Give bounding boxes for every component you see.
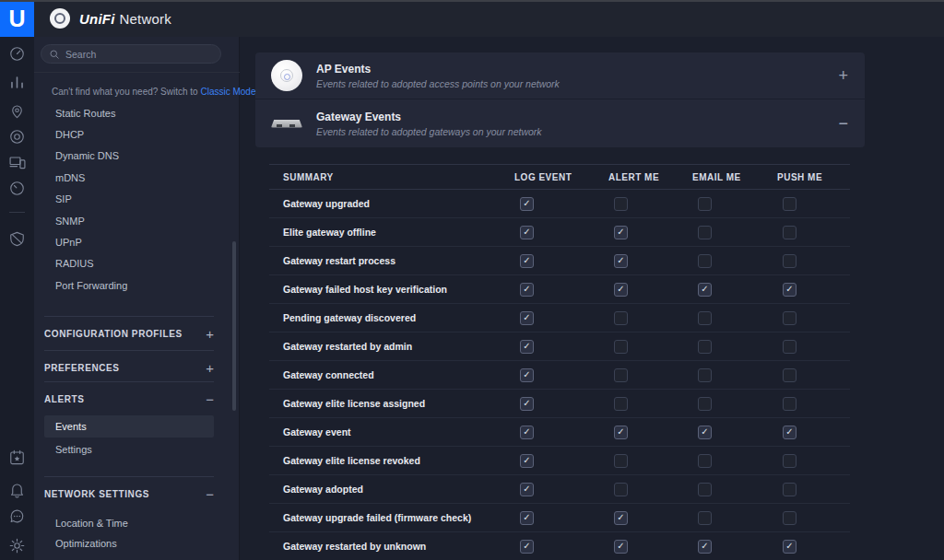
radios-icon[interactable] <box>0 177 34 199</box>
dashboard-icon[interactable] <box>0 42 34 64</box>
events-calendar-icon[interactable] <box>0 446 34 468</box>
checkbox-push-me[interactable] <box>783 340 796 354</box>
support-chat-icon[interactable] <box>0 505 34 527</box>
checkbox-push-me[interactable] <box>783 454 796 468</box>
checkbox-alert-me[interactable] <box>614 226 628 239</box>
checkbox-email-me[interactable] <box>698 368 712 382</box>
checkbox-email-me[interactable] <box>698 426 712 439</box>
sidebar-item-port-forwarding[interactable]: Port Forwarding <box>34 274 240 296</box>
checkbox-email-me[interactable] <box>698 226 712 239</box>
hint-text: Can't find what you need? Switch to <box>52 87 198 97</box>
checkbox-alert-me[interactable] <box>614 197 628 211</box>
checkbox-push-me[interactable] <box>783 283 796 297</box>
checkbox-log-event[interactable] <box>520 483 534 496</box>
checkbox-push-me[interactable] <box>783 368 796 382</box>
section-preferences[interactable]: PREFERENCES + <box>44 351 214 384</box>
checkbox-email-me[interactable] <box>698 511 712 525</box>
sidebar-item-settings[interactable]: Settings <box>44 438 214 461</box>
checkbox-alert-me[interactable] <box>614 511 628 525</box>
sidebar-item-dynamic-dns[interactable]: Dynamic DNS <box>34 146 240 167</box>
sidebar-item-dhcp[interactable]: DHCP <box>34 123 240 145</box>
checkbox-push-me[interactable] <box>783 540 796 554</box>
checkbox-email-me[interactable] <box>698 540 712 554</box>
checkbox-log-event[interactable] <box>520 397 534 411</box>
checkbox-alert-me[interactable] <box>614 483 628 496</box>
checkbox-log-event[interactable] <box>520 426 534 439</box>
table-row: Gateway elite license assigned <box>269 390 850 418</box>
checkbox-log-event[interactable] <box>520 511 534 525</box>
sidebar-item-optimizations[interactable]: Optimizations <box>44 532 214 554</box>
section-label: NETWORK SETTINGS <box>44 489 149 499</box>
sidebar-item-sip[interactable]: SIP <box>34 189 240 210</box>
checkbox-email-me[interactable] <box>698 283 712 297</box>
checkbox-email-me[interactable] <box>698 197 712 211</box>
search-input[interactable] <box>65 49 204 60</box>
checkbox-log-event[interactable] <box>520 340 534 354</box>
checkbox-email-me[interactable] <box>698 340 712 354</box>
expand-icon[interactable]: + <box>206 360 214 376</box>
checkbox-email-me[interactable] <box>698 254 712 268</box>
checkbox-log-event[interactable] <box>520 454 534 468</box>
checkbox-alert-me[interactable] <box>614 283 628 297</box>
collapse-icon[interactable]: − <box>206 391 214 407</box>
devices-icon[interactable] <box>0 125 34 147</box>
gateway-events-card[interactable]: Gateway Events Events related to adopted… <box>255 99 865 147</box>
sidebar-item-mdns[interactable]: mDNS <box>34 167 240 188</box>
collapse-icon[interactable]: − <box>206 486 214 502</box>
collapse-icon[interactable]: − <box>838 115 848 132</box>
checkbox-log-event[interactable] <box>520 368 534 382</box>
sidebar-item-snmp[interactable]: SNMP <box>34 210 240 231</box>
sidebar-item-events[interactable]: Events <box>44 415 214 438</box>
statistics-icon[interactable] <box>0 71 34 93</box>
security-icon[interactable] <box>0 228 34 250</box>
map-icon[interactable] <box>0 99 34 122</box>
app-title-brand: UniFi <box>79 11 115 27</box>
checkbox-log-event[interactable] <box>520 283 534 297</box>
ubiquiti-logo[interactable]: U <box>0 0 34 37</box>
search-box[interactable] <box>41 44 221 64</box>
classic-mode-link[interactable]: Classic Mode <box>200 87 255 97</box>
sidebar-scrollbar[interactable] <box>232 241 236 411</box>
checkbox-push-me[interactable] <box>783 311 796 325</box>
checkbox-email-me[interactable] <box>698 397 712 411</box>
ap-events-card[interactable]: AP Events Events related to adopted acce… <box>255 52 865 99</box>
sidebar-item-location-time[interactable]: Location & Time <box>44 512 214 534</box>
checkbox-email-me[interactable] <box>698 483 712 496</box>
section-alerts[interactable]: ALERTS − <box>44 382 214 415</box>
checkbox-log-event[interactable] <box>520 197 534 211</box>
checkbox-alert-me[interactable] <box>614 426 628 439</box>
checkbox-email-me[interactable] <box>698 311 712 325</box>
sidebar-item-upnp[interactable]: UPnP <box>34 231 240 252</box>
sidebar-item-radius[interactable]: RADIUS <box>34 253 240 274</box>
expand-icon[interactable]: + <box>206 326 214 342</box>
checkbox-email-me[interactable] <box>698 454 712 468</box>
event-summary: Gateway elite license revoked <box>269 455 514 466</box>
checkbox-alert-me[interactable] <box>614 311 628 325</box>
section-configuration-profiles[interactable]: CONFIGURATION PROFILES + <box>44 317 214 350</box>
settings-gear-icon[interactable] <box>0 534 34 556</box>
expand-icon[interactable]: + <box>838 67 848 84</box>
checkbox-push-me[interactable] <box>783 426 796 439</box>
checkbox-push-me[interactable] <box>783 254 796 268</box>
checkbox-alert-me[interactable] <box>614 368 628 382</box>
checkbox-push-me[interactable] <box>783 397 796 411</box>
section-network-settings[interactable]: NETWORK SETTINGS − <box>44 477 214 510</box>
checkbox-alert-me[interactable] <box>614 254 628 268</box>
clients-icon[interactable] <box>0 151 34 173</box>
checkbox-log-event[interactable] <box>520 226 534 239</box>
card-title: AP Events <box>316 63 560 76</box>
checkbox-push-me[interactable] <box>783 511 796 525</box>
checkbox-alert-me[interactable] <box>614 397 628 411</box>
checkbox-alert-me[interactable] <box>614 540 628 554</box>
checkbox-log-event[interactable] <box>520 254 534 268</box>
checkbox-alert-me[interactable] <box>614 454 628 468</box>
checkbox-alert-me[interactable] <box>614 340 628 354</box>
sidebar-item-static-routes[interactable]: Static Routes <box>34 102 240 123</box>
checkbox-push-me[interactable] <box>783 483 796 496</box>
checkbox-push-me[interactable] <box>783 197 796 211</box>
checkbox-log-event[interactable] <box>520 311 534 325</box>
checkbox-log-event[interactable] <box>520 540 534 554</box>
card-title: Gateway Events <box>316 111 542 123</box>
checkbox-push-me[interactable] <box>783 226 796 239</box>
notifications-bell-icon[interactable] <box>0 478 34 500</box>
